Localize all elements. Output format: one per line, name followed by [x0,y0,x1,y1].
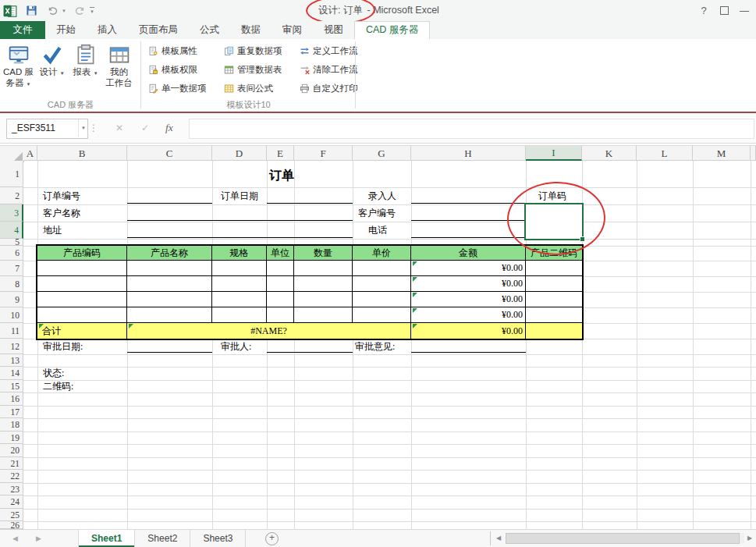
row-header-6[interactable]: 6 [0,246,23,261]
column-header-M[interactable]: M [693,145,751,161]
horizontal-scrollbar[interactable] [506,533,744,544]
report-button[interactable]: 报表 ▼ [69,40,102,101]
tab-3[interactable]: 公式 [189,21,230,39]
name-box[interactable]: _ESF3511▼ [6,119,88,139]
total-name-error-cell[interactable]: #NAME? [127,323,411,339]
design-button[interactable]: 设计 ▼ [35,40,69,101]
formula-bar-drag-handle[interactable]: ⋮ [89,119,99,137]
row-header-19[interactable]: 19 [0,432,23,444]
hscroll-left-icon[interactable]: ◀ [493,532,504,545]
row-header-8[interactable]: 8 [0,276,23,292]
product-table-cell[interactable] [127,292,212,307]
column-header-G[interactable]: G [353,145,411,161]
tab-5[interactable]: 审阅 [272,21,313,39]
product-table-header-cell[interactable]: 产品编码 [37,246,127,261]
row-header-15[interactable]: 15 [0,380,23,392]
column-header-C[interactable]: C [127,145,212,161]
row-header-14[interactable]: 14 [0,367,23,380]
product-table-cell[interactable] [526,307,582,323]
sheet-tab-sheet3[interactable]: Sheet3 [190,530,246,547]
product-table-cell[interactable] [127,276,212,292]
column-header-E[interactable]: E [267,145,294,161]
product-table-header-cell[interactable]: 单价 [353,246,411,261]
add-sheet-button[interactable]: + [265,532,279,545]
total-amount-cell[interactable]: ¥0.00 [411,323,526,339]
product-table-cell[interactable] [212,307,267,323]
row-header-4[interactable]: 4 [0,222,23,239]
product-table-cell[interactable] [212,276,267,292]
cad-server-button[interactable]: CAD 服务器 ▼ [2,40,35,101]
single-data-item-button[interactable]: 单一数据项 [144,79,220,98]
amount-cell[interactable]: ¥0.00 [411,307,526,323]
row-header-3[interactable]: 3 [0,204,23,222]
hscroll-right-icon[interactable]: ▶ [744,532,755,545]
row-header-2[interactable]: 2 [0,187,23,204]
column-header-F[interactable]: F [294,145,353,161]
product-table-header-cell[interactable]: 规格 [212,246,267,261]
my-workbench-button[interactable]: 我的工作台 [102,40,136,101]
product-table-cell[interactable] [526,276,582,292]
tab-0[interactable]: 开始 [45,21,87,39]
cancel-formula-icon[interactable]: ✕ [115,119,123,137]
row-header-20[interactable]: 20 [0,444,23,457]
sheet-nav-prev-icon[interactable]: ◀ [12,530,18,547]
row-header-7[interactable]: 7 [0,261,23,276]
tab-1[interactable]: 插入 [87,21,128,39]
product-table-cell[interactable] [267,292,294,307]
enter-formula-icon[interactable]: ✓ [141,119,149,137]
row-header-22[interactable]: 22 [0,470,23,483]
column-header-H[interactable]: H [411,145,526,161]
column-header-K[interactable]: K [582,145,637,161]
tab-6[interactable]: 视图 [313,21,354,39]
row-header-10[interactable]: 10 [0,307,23,323]
product-table-cell[interactable] [37,307,127,323]
product-table-cell[interactable] [526,261,582,276]
product-table-cell[interactable] [127,261,212,276]
product-table-header-cell[interactable]: 金额 [411,246,526,261]
product-table-header-cell[interactable]: 数量 [294,246,353,261]
total-qr-cell[interactable] [526,323,582,339]
product-table-cell[interactable] [526,292,582,307]
product-table-cell[interactable] [37,292,127,307]
tab-cad-server[interactable]: CAD 服务器 [354,21,430,40]
horizontal-scrollbar-thumb[interactable] [506,533,740,544]
product-table-cell[interactable] [267,261,294,276]
product-table-cell[interactable] [212,292,267,307]
select-all-corner[interactable] [0,145,24,162]
custom-print-button[interactable]: 自定义打印 [296,79,371,98]
column-header-L[interactable]: L [637,145,693,161]
product-table-cell[interactable] [294,307,353,323]
row-header-16[interactable]: 16 [0,392,23,406]
column-header-D[interactable]: D [212,145,267,161]
sheet-tab-sheet2[interactable]: Sheet2 [135,530,190,547]
product-table-header-cell[interactable]: 单位 [267,246,294,261]
row-header-9[interactable]: 9 [0,292,23,307]
product-table-cell[interactable] [267,276,294,292]
product-table-header-cell[interactable]: 产品名称 [127,246,212,261]
row-header-18[interactable]: 18 [0,418,23,432]
product-table-cell[interactable] [353,261,411,276]
name-box-dropdown-icon[interactable]: ▼ [78,119,86,137]
column-header-I[interactable]: I [526,145,582,161]
row-header-21[interactable]: 21 [0,457,23,470]
column-header-A[interactable]: A [23,145,37,161]
sheet-tab-sheet1[interactable]: Sheet1 [78,530,135,547]
column-header-B[interactable]: B [37,145,127,161]
template-properties-button[interactable]: 模板属性 [144,41,220,60]
row-header-23[interactable]: 23 [0,483,23,495]
insert-function-button[interactable]: fx [165,119,173,137]
product-table-cell[interactable] [294,261,353,276]
inter-table-formula-button[interactable]: 表间公式 [220,79,296,98]
amount-cell[interactable]: ¥0.00 [411,292,526,307]
row-header-11[interactable]: 11 [0,323,23,339]
amount-cell[interactable]: ¥0.00 [411,261,526,276]
tab-scroll-splitter[interactable] [490,531,491,545]
row-header-12[interactable]: 12 [0,339,23,354]
tab-2[interactable]: 页面布局 [128,21,189,39]
row-header-13[interactable]: 13 [0,354,23,367]
product-table-cell[interactable] [353,307,411,323]
minimize-button[interactable]: — [734,2,754,20]
product-table-cell[interactable] [294,276,353,292]
clear-workflow-button[interactable]: 清除工作流 [296,60,371,79]
product-table-cell[interactable] [127,307,212,323]
